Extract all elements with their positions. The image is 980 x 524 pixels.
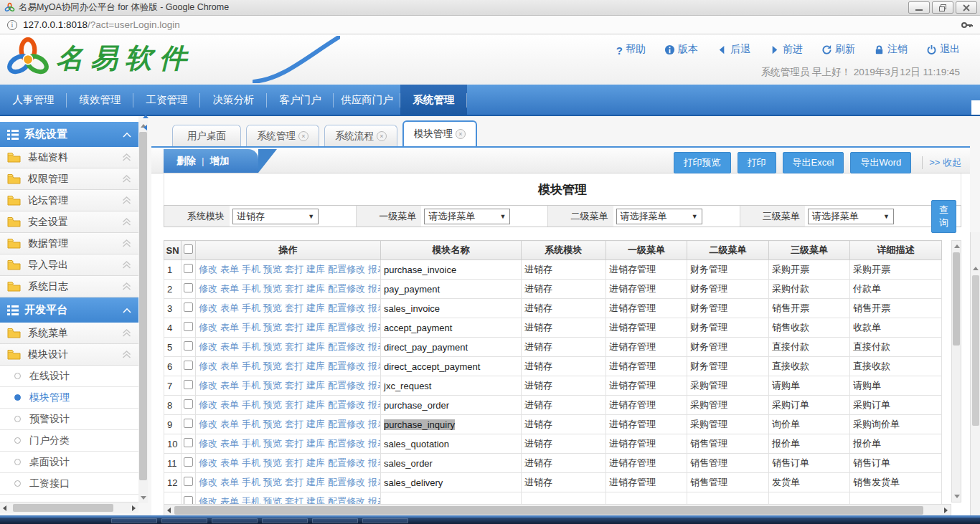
sidebar-item-0-4[interactable]: 数据管理 (0, 233, 138, 254)
op-link-0[interactable]: 修改 (199, 341, 217, 352)
op-link-6[interactable]: 配置修改 (328, 322, 365, 333)
op-link-1[interactable]: 表单 (220, 419, 239, 429)
sidebar-item-1-0[interactable]: 系统菜单 (0, 323, 138, 344)
op-link-0[interactable]: 修改 (199, 361, 217, 371)
op-link-3[interactable]: 预览 (263, 399, 282, 410)
op-link-4[interactable]: 套打 (285, 283, 303, 294)
nav-item-3[interactable]: 决策分析 (200, 85, 267, 115)
row-checkbox[interactable] (184, 341, 193, 351)
op-link-2[interactable]: 手机 (242, 399, 260, 410)
op-link-6[interactable]: 配置修改 (328, 361, 365, 371)
op-link-2[interactable]: 手机 (242, 361, 260, 371)
op-link-2[interactable]: 手机 (242, 264, 260, 275)
key-icon[interactable] (961, 20, 973, 30)
op-link-1[interactable]: 表单 (220, 361, 239, 371)
op-link-1[interactable]: 表单 (220, 438, 239, 449)
op-link-5[interactable]: 建库 (306, 283, 325, 294)
page-vertical-scrollbar[interactable] (970, 232, 980, 524)
op-link-0[interactable]: 修改 (199, 283, 217, 294)
page-info-icon[interactable]: i (7, 20, 17, 30)
op-link-1[interactable]: 表单 (220, 399, 239, 410)
toolbar-button-3[interactable]: 导出Word (850, 152, 911, 173)
nav-item-2[interactable]: 工资管理 (133, 85, 200, 115)
op-link-5[interactable]: 建库 (306, 419, 325, 429)
op-link-4[interactable]: 套打 (285, 361, 303, 371)
op-link-7[interactable]: 报表 (368, 361, 381, 371)
op-link-6[interactable]: 配置修改 (328, 399, 365, 410)
sidebar-leaf-桌面设计[interactable]: 桌面设计 (0, 452, 138, 473)
op-link-3[interactable]: 预览 (263, 419, 282, 429)
restore-button[interactable] (932, 1, 953, 14)
op-link-4[interactable]: 套打 (285, 496, 303, 504)
nav-item-0[interactable]: 人事管理 (0, 85, 67, 115)
minimize-button[interactable] (908, 1, 930, 14)
op-link-3[interactable]: 预览 (263, 264, 282, 275)
close-button[interactable] (956, 1, 977, 14)
op-link-5[interactable]: 建库 (306, 438, 325, 449)
op-link-7[interactable]: 报表 (368, 438, 381, 449)
op-link-7[interactable]: 报表 (368, 457, 381, 468)
op-link-6[interactable]: 配置修改 (328, 438, 365, 449)
op-link-3[interactable]: 预览 (263, 457, 282, 468)
op-link-2[interactable]: 手机 (242, 303, 260, 313)
op-link-5[interactable]: 建库 (306, 361, 325, 371)
op-link-1[interactable]: 表单 (220, 303, 239, 313)
row-checkbox[interactable] (184, 477, 193, 486)
sidebar-leaf-门户分类[interactable]: 门户分类 (0, 430, 138, 452)
table-vscroll-thumb[interactable] (953, 252, 960, 346)
op-link-3[interactable]: 预览 (263, 322, 282, 333)
sidebar-vscroll-thumb[interactable] (139, 132, 147, 480)
row-checkbox[interactable] (184, 264, 193, 273)
header-link-5[interactable]: 注销 (874, 43, 908, 56)
op-link-7[interactable]: 报表 (368, 264, 381, 275)
op-link-4[interactable]: 套打 (285, 264, 303, 275)
tab-1[interactable]: 系统管理× (246, 125, 319, 146)
op-link-6[interactable]: 配置修改 (328, 283, 365, 294)
row-checkbox[interactable] (184, 361, 193, 370)
sidebar-leaf-模块管理[interactable]: 模块管理 (0, 387, 138, 409)
delete-button[interactable]: 删除 (176, 155, 196, 168)
sidebar-leaf-预警设计[interactable]: 预警设计 (0, 409, 138, 430)
op-link-1[interactable]: 表单 (220, 264, 239, 275)
op-link-4[interactable]: 套打 (285, 399, 303, 410)
row-checkbox[interactable] (184, 283, 193, 292)
sidebar-group-0[interactable]: 系统设置 (0, 122, 138, 147)
sidebar-item-0-0[interactable]: 基础资料 (0, 147, 138, 168)
sidebar-horizontal-scrollbar[interactable] (0, 502, 138, 513)
op-link-0[interactable]: 修改 (199, 438, 217, 449)
header-link-3[interactable]: 前进 (769, 43, 803, 56)
op-link-0[interactable]: 修改 (199, 496, 217, 504)
row-checkbox[interactable] (184, 438, 193, 447)
op-link-4[interactable]: 套打 (285, 322, 303, 333)
row-checkbox[interactable] (184, 496, 193, 504)
row-checkbox[interactable] (184, 380, 193, 389)
op-link-5[interactable]: 建库 (306, 341, 325, 352)
filter-select-0[interactable]: 进销存▼ (232, 209, 319, 224)
op-link-2[interactable]: 手机 (242, 419, 260, 429)
op-link-3[interactable]: 预览 (263, 303, 282, 313)
collapse-link[interactable]: >> 收起 (929, 156, 961, 169)
op-link-5[interactable]: 建库 (306, 322, 325, 333)
op-link-3[interactable]: 预览 (263, 380, 282, 391)
op-link-6[interactable]: 配置修改 (328, 477, 365, 487)
toolbar-button-2[interactable]: 导出Excel (783, 152, 844, 173)
op-link-3[interactable]: 预览 (263, 283, 282, 294)
op-link-4[interactable]: 套打 (285, 341, 303, 352)
op-link-3[interactable]: 预览 (263, 341, 282, 352)
tab-2[interactable]: 系统流程× (324, 125, 397, 146)
op-link-6[interactable]: 配置修改 (328, 303, 365, 313)
op-link-4[interactable]: 套打 (285, 303, 303, 313)
sidebar-scroll-up-icon[interactable] (143, 115, 149, 118)
op-link-4[interactable]: 套打 (285, 438, 303, 449)
table-hscroll-thumb[interactable] (174, 506, 923, 515)
sidebar-item-0-2[interactable]: 论坛管理 (0, 190, 138, 211)
op-link-6[interactable]: 配置修改 (328, 419, 365, 429)
filter-select-3[interactable]: 请选择菜单▼ (808, 209, 894, 224)
op-link-6[interactable]: 配置修改 (328, 496, 365, 504)
table-vertical-scrollbar[interactable] (951, 240, 961, 502)
tab-close-icon[interactable]: × (377, 131, 387, 141)
add-button[interactable]: 增加 (210, 155, 230, 168)
sidebar-group-1[interactable]: 开发平台 (0, 297, 138, 323)
sidebar-leaf-工资接口[interactable]: 工资接口 (0, 473, 138, 495)
sidebar-hscroll-thumb[interactable] (13, 504, 113, 512)
